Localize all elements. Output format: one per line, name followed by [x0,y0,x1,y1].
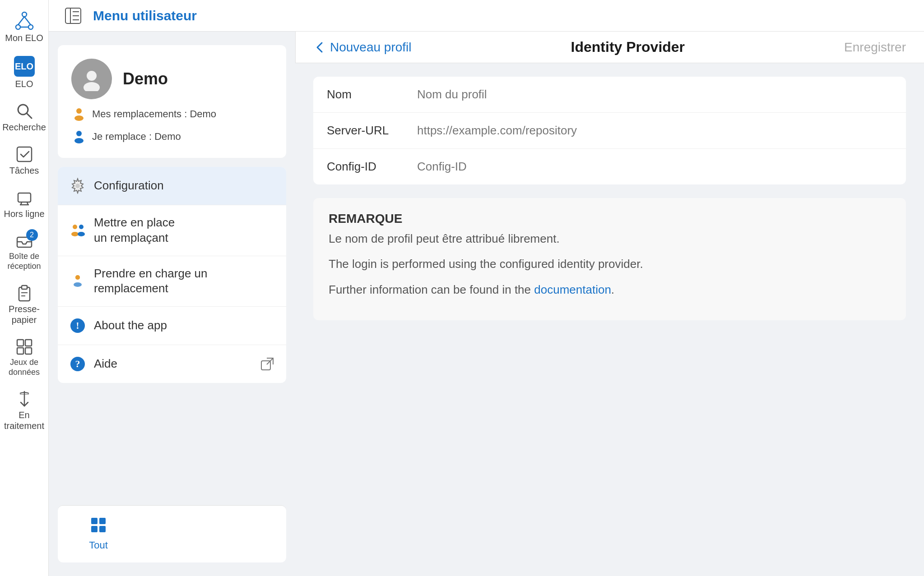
menu-item-mettre-en-place[interactable]: Mettre en placeun remplaçant [58,205,286,256]
svg-point-1 [16,25,20,29]
bottom-tab-tout[interactable]: Tout [62,506,135,562]
form-input-nom[interactable] [417,88,892,101]
topbar-title: Menu utilisateur [93,8,197,23]
gear-icon [69,177,87,195]
svg-rect-55 [99,526,106,532]
menu-label-prendre-en-charge: Prendre en charge unremplacement [94,266,275,297]
form-row-nom: Nom [313,77,906,113]
right-panel: Nouveau profil Identity Provider Enregis… [295,32,924,576]
sidebar-label-en-traitement: En traitement [0,410,48,431]
form-row-config-id: Config-ID [313,149,906,184]
menu-label-aide: Aide [94,356,252,372]
left-panel: Demo Mes remplacements : Demo [49,32,295,576]
grid-icon [90,517,107,537]
sidebar-label-taches: Tâches [9,165,39,176]
svg-point-34 [74,115,84,121]
form-label-config-id: Config-ID [327,160,408,174]
svg-rect-21 [25,348,32,354]
form-label-server-url: Server-URL [327,124,408,138]
replacement-icon-2 [71,129,87,144]
replace-icon [69,221,87,240]
sidebar-item-hors-ligne[interactable]: Hors ligne [0,182,48,226]
sidebar-label-jeux-donnees: Jeux dedonnées [9,358,40,377]
form-row-server-url: Server-URL [313,113,906,149]
svg-rect-8 [17,147,32,161]
take-over-icon [69,272,87,290]
svg-text:!: ! [76,320,79,331]
menu-item-about-app[interactable]: ! About the app [58,307,286,345]
svg-rect-18 [17,340,23,346]
svg-rect-15 [22,286,27,289]
note-text-3: Further information can be found in the … [329,281,891,298]
processing-icon [15,390,33,408]
sidebar-item-boite[interactable]: 2 Boîte deréception [0,226,48,277]
sidebar-item-en-traitement[interactable]: En traitement [0,383,48,438]
sidebar-item-elo[interactable]: ELO ELO [0,50,48,96]
documentation-link[interactable]: documentation [534,283,611,296]
svg-point-33 [76,108,82,114]
avatar [71,59,112,99]
right-panel-title: Identity Provider [421,39,836,55]
replacement-icon-1 [71,106,87,122]
back-button[interactable]: Nouveau profil [314,40,412,55]
form-input-config-id[interactable] [417,160,892,174]
svg-text:?: ? [75,358,80,369]
inbox-icon: 2 [15,232,33,250]
menu-label-about-app: About the app [94,318,275,333]
sidebar-label-elo: ELO [15,78,33,89]
svg-point-31 [87,71,97,81]
menu-list: Configuration Mettre en placeun remplaça… [58,167,286,383]
content-area: Demo Mes remplacements : Demo [49,32,924,576]
topbar: Menu utilisateur [49,0,924,32]
sidebar-label-recherche: Recherche [2,122,46,133]
sidebar-item-jeux-donnees[interactable]: Jeux dedonnées [0,332,48,383]
svg-rect-53 [99,518,106,524]
clipboard-icon [15,284,33,302]
svg-point-2 [28,25,33,29]
back-label: Nouveau profil [330,40,412,55]
sidebar-toggle-icon[interactable] [62,5,84,27]
svg-rect-19 [25,340,32,346]
sidebar-item-taches[interactable]: Tâches [0,139,48,182]
note-text-1: Le nom de profil peut être attribué libr… [329,230,891,247]
svg-point-35 [76,131,82,136]
sidebar-item-presse-papier[interactable]: Presse-papier [0,277,48,332]
svg-line-4 [24,17,31,25]
user-sub-1: Mes remplacements : Demo [71,106,273,122]
svg-rect-52 [91,518,98,524]
sidebar-label-mon-elo: Mon ELO [5,32,43,43]
menu-item-configuration[interactable]: Configuration [58,167,286,205]
bottom-bar: Tout [58,505,286,562]
menu-label-mettre-en-place: Mettre en placeun remplaçant [94,215,275,246]
form-input-server-url[interactable] [417,124,892,138]
sidebar-label-presse-papier: Presse-papier [0,304,48,325]
form-area: Nom Server-URL Config-ID REMARQUE [295,63,924,576]
save-button[interactable]: Enregistrer [844,40,906,55]
sidebar-item-recherche[interactable]: Recherche [0,96,48,139]
bottom-tab-tout-label: Tout [89,539,108,551]
network-icon [14,11,34,31]
svg-line-3 [18,17,24,25]
svg-point-0 [22,12,27,17]
svg-point-38 [75,184,80,188]
note-text-3-prefix: Further information can be found in the [329,283,534,296]
menu-item-aide[interactable]: ? Aide [58,345,286,383]
svg-point-44 [74,282,82,287]
elo-icon: ELO [14,56,35,77]
svg-point-41 [79,225,84,229]
external-link-icon [259,356,275,372]
svg-point-36 [74,138,84,143]
sidebar-item-mon-elo[interactable]: Mon ELO [0,5,48,50]
sidebar: Mon ELO ELO ELO Recherche Tâches [0,0,49,576]
inbox-badge: 2 [26,229,38,241]
right-topbar: Nouveau profil Identity Provider Enregis… [295,32,924,63]
svg-line-7 [27,113,32,118]
svg-point-40 [71,232,79,236]
search-icon [15,102,33,120]
sidebar-label-boite: Boîte deréception [7,252,41,271]
user-sub-1-text: Mes remplacements : Demo [92,108,216,120]
svg-rect-20 [17,348,23,354]
menu-item-prendre-en-charge[interactable]: Prendre en charge unremplacement [58,256,286,307]
user-card-top: Demo [71,59,273,99]
note-heading: REMARQUE [329,212,891,226]
